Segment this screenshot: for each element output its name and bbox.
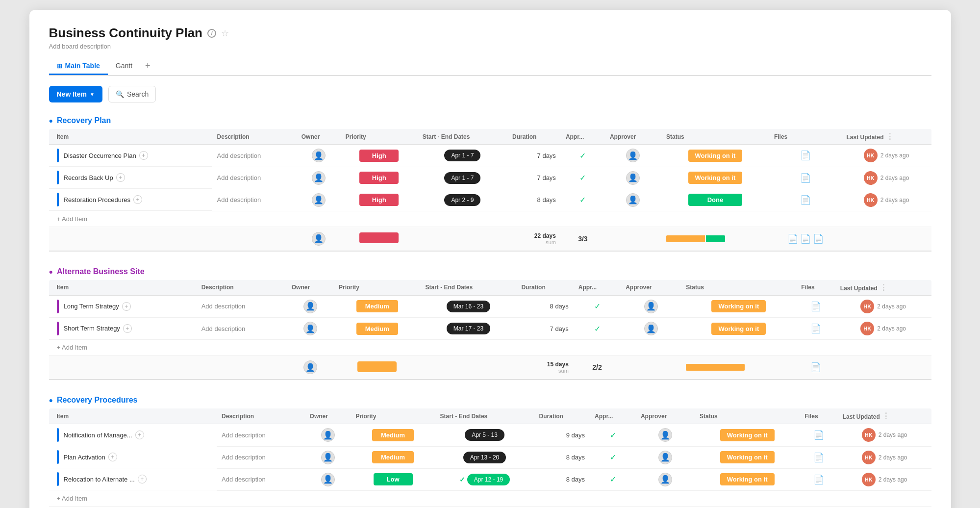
new-item-button[interactable]: New Item ▼ [49,86,102,102]
cell-owner[interactable]: 👤 [287,295,334,318]
cell-description[interactable]: Add description [212,167,297,189]
cell-description[interactable]: Add description [197,295,287,318]
summary-file-icon[interactable]: 📄 [787,233,798,244]
cell-priority[interactable]: Medium [351,446,435,468]
avatar[interactable]: HK [860,322,874,335]
add-item-label[interactable]: + Add Item [49,490,931,506]
cell-status[interactable]: Working on it [681,318,796,340]
item-name-text[interactable]: Long Term Strategy [64,303,119,310]
priority-badge[interactable]: High [359,150,399,162]
priority-badge[interactable]: Medium [356,300,398,312]
add-to-item-icon[interactable]: + [116,173,125,182]
date-badge[interactable]: Mar 17 - 23 [447,323,490,334]
cell-status[interactable]: Working on it [695,468,800,490]
group-title-recovery-procedures[interactable]: Recovery Procedures [57,396,138,405]
file-attachment-icon[interactable]: 📄 [813,453,824,462]
file-attachment-icon[interactable]: 📄 [800,151,811,160]
owner-avatar[interactable]: 👤 [312,149,326,162]
priority-badge[interactable]: Medium [372,451,414,463]
item-name-text[interactable]: Restoration Procedures [64,196,131,203]
cell-priority[interactable]: Medium [351,424,435,447]
summary-owner-avatar[interactable]: 👤 [312,232,326,246]
status-badge[interactable]: Working on it [688,172,743,184]
cell-files[interactable]: 📄 [796,318,835,340]
status-badge[interactable]: Working on it [720,429,775,441]
add-to-item-icon[interactable]: + [139,151,148,160]
date-badge[interactable]: Apr 5 - 13 [465,429,504,441]
status-badge[interactable]: Working on it [711,323,766,335]
cell-files[interactable]: 📄 [800,468,838,490]
summary-owner-avatar[interactable]: 👤 [303,360,317,374]
cell-files[interactable]: 📄 [800,424,838,447]
cell-status[interactable]: Working on it [661,145,769,167]
tab-main-table[interactable]: ⊞ Main Table [49,58,108,75]
add-to-item-icon[interactable]: + [108,453,117,461]
add-item-row[interactable]: + Add Item [49,340,931,356]
summary-file-icon[interactable]: 📄 [810,362,821,373]
status-badge[interactable]: Working on it [720,451,775,463]
approver-avatar[interactable]: 👤 [658,428,672,442]
file-attachment-icon[interactable]: 📄 [800,195,811,205]
cell-approver[interactable]: 👤 [636,446,695,468]
cell-status[interactable]: Working on it [695,446,800,468]
cell-dates[interactable]: Mar 16 - 23 [421,295,517,318]
cell-files[interactable]: 📄 [796,295,835,318]
owner-avatar[interactable]: 👤 [303,300,317,313]
owner-avatar[interactable]: 👤 [321,428,335,442]
priority-badge[interactable]: High [359,194,399,206]
item-name-text[interactable]: Plan Activation [64,454,105,461]
cell-dates[interactable]: Apr 5 - 13 [435,424,534,447]
avatar[interactable]: HK [864,171,878,185]
approver-avatar[interactable]: 👤 [626,171,640,185]
cell-owner[interactable]: 👤 [297,167,341,189]
item-name-text[interactable]: Relocation to Alternate ... [64,476,135,483]
cell-approver[interactable]: 👤 [621,318,681,340]
add-to-item-icon[interactable]: + [138,475,147,483]
group-collapse-icon[interactable]: ● [49,396,53,404]
cell-owner[interactable]: 👤 [297,145,341,167]
cell-priority[interactable]: High [341,189,418,211]
group-collapse-icon[interactable]: ● [49,117,53,125]
cell-owner[interactable]: 👤 [297,189,341,211]
cell-priority[interactable]: Medium [334,318,421,340]
tab-gantt[interactable]: Gantt [108,58,140,75]
date-badge[interactable]: Apr 2 - 9 [444,194,480,206]
cell-priority[interactable]: High [341,145,418,167]
priority-badge[interactable]: Medium [372,429,414,441]
approver-avatar[interactable]: 👤 [658,473,672,486]
file-attachment-icon[interactable]: 📄 [813,475,824,484]
add-to-item-icon[interactable]: + [122,302,131,311]
cell-approver[interactable]: 👤 [636,424,695,447]
cell-files[interactable]: 📄 [769,189,842,211]
add-to-item-icon[interactable]: + [123,324,132,333]
cell-priority[interactable]: High [341,167,418,189]
cell-dates[interactable]: Apr 13 - 20 [435,446,534,468]
cell-dates[interactable]: Apr 1 - 7 [418,145,507,167]
approver-avatar[interactable]: 👤 [626,149,640,162]
cell-owner[interactable]: 👤 [305,424,351,447]
owner-avatar[interactable]: 👤 [312,193,326,207]
cell-owner[interactable]: 👤 [305,468,351,490]
cell-dates[interactable]: Apr 1 - 7 [418,167,507,189]
cell-files[interactable]: 📄 [769,167,842,189]
add-to-item-icon[interactable]: + [133,195,142,204]
cell-approver[interactable]: 👤 [605,167,661,189]
cell-status[interactable]: Working on it [681,295,796,318]
priority-badge[interactable]: Low [374,473,413,485]
more-columns-icon[interactable]: ⋮ [880,412,890,420]
search-button[interactable]: 🔍 Search [108,86,156,102]
date-badge[interactable]: Apr 13 - 20 [463,452,506,463]
file-attachment-icon[interactable]: 📄 [810,324,821,333]
approver-avatar[interactable]: 👤 [644,300,658,313]
cell-status[interactable]: Done [661,189,769,211]
add-item-row[interactable]: + Add Item [49,490,931,506]
approver-avatar[interactable]: 👤 [658,451,672,464]
cell-dates[interactable]: Apr 2 - 9 [418,189,507,211]
board-description[interactable]: Add board description [49,43,931,50]
add-item-label[interactable]: + Add Item [49,211,931,227]
cell-description[interactable]: Add description [217,468,304,490]
avatar[interactable]: HK [862,428,876,442]
status-badge[interactable]: Working on it [688,150,743,162]
date-badge[interactable]: Mar 16 - 23 [447,301,490,312]
owner-avatar[interactable]: 👤 [312,171,326,185]
